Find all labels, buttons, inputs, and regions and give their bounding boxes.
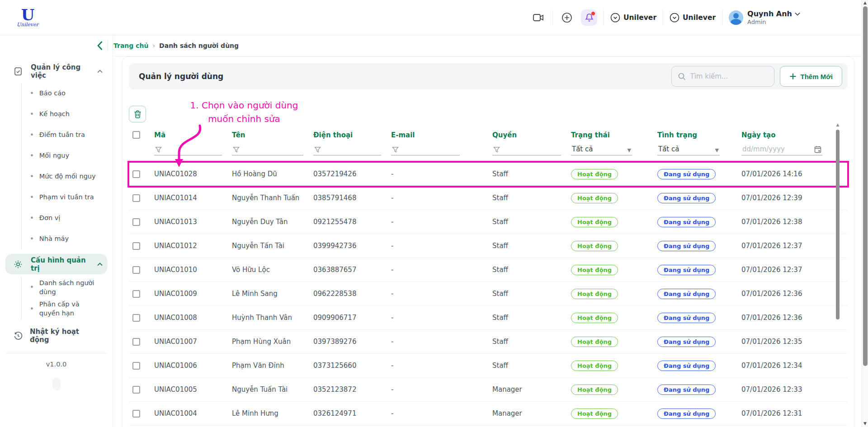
- table-scrollbar[interactable]: ▲: [835, 122, 840, 427]
- plus-icon: [789, 73, 797, 80]
- column-header-role[interactable]: Quyền: [489, 131, 567, 139]
- org-switcher-2[interactable]: Unilever: [670, 13, 716, 23]
- filter-funnel-icon[interactable]: [233, 146, 240, 153]
- chevron-up-icon: [97, 70, 103, 73]
- filter-date-text[interactable]: [742, 145, 788, 153]
- history-clock-icon: [14, 331, 23, 340]
- scroll-up-arrow-icon[interactable]: ▲: [863, 0, 867, 5]
- table-row[interactable]: UNIAC01004 Lê Minh Hưng 0326124971 - Man…: [129, 402, 848, 426]
- sidebar-item[interactable]: Mức độ mối nguy: [22, 166, 113, 187]
- filter-email-input[interactable]: [391, 142, 460, 155]
- column-header-status[interactable]: Trạng thái: [567, 131, 654, 139]
- filter-phone-input[interactable]: [313, 142, 381, 155]
- table-row[interactable]: UNIAC01006 Phạm Văn Đỉnh 0373125660 - St…: [129, 354, 848, 378]
- filter-code-input[interactable]: [154, 142, 222, 155]
- row-checkbox[interactable]: [132, 410, 140, 418]
- filter-funnel-icon[interactable]: [314, 146, 321, 153]
- add-new-button[interactable]: Thêm Mới: [780, 66, 843, 87]
- table-row[interactable]: UNIAC01014 Nguyễn Thanh Tuấn 0385791468 …: [129, 186, 848, 210]
- cell-created: 07/01/2026 12:36: [738, 314, 848, 322]
- status-badge: Hoạt động: [571, 193, 618, 203]
- row-checkbox[interactable]: [132, 386, 140, 394]
- sidebar-item-label: Nhật ký hoạt động: [30, 328, 99, 344]
- table-row[interactable]: UNIAC01008 Huỳnh Thanh Vân 0909906717 - …: [129, 306, 848, 330]
- filter-usage-select[interactable]: Tất cả ▼: [657, 142, 720, 155]
- filter-funnel-icon[interactable]: [155, 146, 162, 153]
- cell-email: -: [387, 242, 489, 250]
- column-header-usage[interactable]: Tình trạng: [654, 131, 738, 139]
- search-box[interactable]: [671, 66, 774, 87]
- breadcrumb-home-link[interactable]: Trang chủ: [113, 42, 148, 49]
- filter-funnel-icon[interactable]: [493, 146, 500, 153]
- calendar-icon[interactable]: [814, 145, 821, 153]
- add-new-button-label: Thêm Mới: [801, 73, 833, 80]
- sidebar-item[interactable]: Phạm vi tuần tra: [22, 187, 113, 208]
- column-header-name[interactable]: Tên: [228, 131, 310, 139]
- video-camera-icon[interactable]: [531, 10, 546, 25]
- row-checkbox[interactable]: [132, 314, 140, 322]
- sidebar-collapse-chevron-left-icon[interactable]: [97, 41, 103, 51]
- filter-role-input[interactable]: [492, 142, 561, 155]
- sidebar-item[interactable]: Đơn vị: [22, 208, 113, 229]
- sidebar-item[interactable]: Nhà máy: [22, 229, 113, 249]
- table-scrollbar-thumb[interactable]: [836, 130, 840, 319]
- filter-name-input[interactable]: [232, 142, 303, 155]
- org-switcher-1[interactable]: Unilever: [610, 13, 656, 23]
- sidebar-item[interactable]: Điểm tuần tra: [22, 125, 113, 145]
- cell-phone: 0352123872: [310, 385, 387, 394]
- cell-created: 07/01/2026 12:35: [738, 338, 848, 346]
- filter-status-select[interactable]: Tất cả ▼: [571, 142, 632, 155]
- sidebar-section-work-management[interactable]: Quản lý công việc: [5, 62, 107, 80]
- notifications-bell-icon[interactable]: [581, 9, 597, 26]
- sidebar-item[interactable]: Danh sách người dùng: [22, 277, 98, 298]
- table-row[interactable]: UNIAC01010 Võ Hữu Lộc 0363887657 - Staff…: [129, 258, 848, 282]
- cell-created: 07/01/2026 12:37: [738, 242, 848, 250]
- page-scrollbar-thumb[interactable]: [863, 6, 868, 366]
- cell-name: Nguyễn Duy Tân: [228, 218, 310, 226]
- sidebar-section-admin-config[interactable]: Cấu hình quản trị: [5, 254, 107, 274]
- sidebar-item[interactable]: Mối nguy: [22, 145, 113, 166]
- user-menu[interactable]: Quynh Anh Admin: [729, 9, 800, 25]
- filter-funnel-icon[interactable]: [392, 146, 399, 153]
- cell-name: Nguyễn Tấn Tài: [228, 242, 310, 250]
- delete-selected-button[interactable]: [129, 106, 146, 122]
- row-checkbox[interactable]: [132, 242, 140, 250]
- cell-phone: 0397389276: [310, 338, 387, 346]
- column-header-email[interactable]: E-mail: [387, 131, 489, 139]
- sidebar-item-activity-log[interactable]: Nhật ký hoạt động: [5, 327, 107, 345]
- row-checkbox[interactable]: [132, 170, 140, 178]
- row-checkbox[interactable]: [132, 362, 140, 370]
- row-checkbox[interactable]: [132, 194, 140, 202]
- sidebar-item[interactable]: Kế hoạch: [22, 104, 113, 125]
- column-header-phone[interactable]: Điện thoại: [310, 131, 387, 139]
- add-circle-icon[interactable]: [559, 10, 575, 25]
- row-checkbox[interactable]: [132, 266, 140, 274]
- table-row[interactable]: UNIAC01012 Nguyễn Tấn Tài 0399942736 - S…: [129, 234, 848, 258]
- table-body: UNIAC01028 Hồ Hoàng Dũ 0357219426 - Staf…: [129, 162, 848, 426]
- sidebar-item[interactable]: Phân cấp và quyền hạn: [22, 298, 98, 319]
- sidebar-item[interactable]: Báo cáo: [22, 83, 113, 104]
- cell-name: Nguyễn Tuấn Tài: [228, 385, 310, 394]
- breadcrumb: Trang chủ › Danh sách người dùng: [113, 42, 239, 49]
- table-row[interactable]: UNIAC01007 Phạm Hùng Xuân 0397389276 - S…: [129, 330, 848, 354]
- filter-status-value: Tất cả: [572, 145, 593, 153]
- table-row[interactable]: UNIAC01013 Nguyễn Duy Tân 0921255478 - S…: [129, 210, 848, 234]
- row-checkbox[interactable]: [132, 218, 140, 226]
- row-checkbox[interactable]: [132, 338, 140, 346]
- select-all-checkbox[interactable]: [132, 131, 140, 139]
- table-row[interactable]: UNIAC01009 Lê Minh Sang 0962228538 - Sta…: [129, 282, 848, 306]
- table-row[interactable]: UNIAC01028 Hồ Hoàng Dũ 0357219426 - Staf…: [129, 162, 848, 186]
- org-switcher-label: Unilever: [623, 14, 656, 22]
- status-badge: Hoạt động: [571, 313, 618, 323]
- row-checkbox[interactable]: [132, 290, 140, 298]
- cell-created: 07/01/2026 12:33: [738, 385, 848, 394]
- scroll-down-arrow-icon[interactable]: ▼: [863, 421, 867, 426]
- column-header-code[interactable]: Mã: [151, 131, 228, 139]
- search-input[interactable]: [690, 72, 763, 80]
- scroll-up-arrow-icon[interactable]: ▲: [835, 122, 840, 127]
- filter-date-input[interactable]: [741, 142, 822, 155]
- circle-chevron-icon: [670, 13, 679, 23]
- column-header-created[interactable]: Ngày tạo: [738, 131, 848, 139]
- page-scrollbar[interactable]: ▲ ▼: [862, 0, 868, 427]
- table-row[interactable]: UNIAC01005 Nguyễn Tuấn Tài 0352123872 - …: [129, 378, 848, 402]
